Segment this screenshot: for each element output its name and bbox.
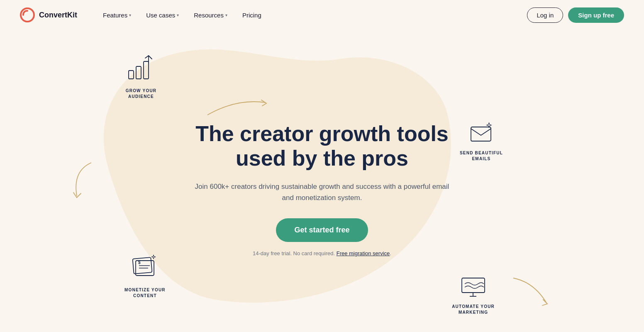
floating-automate: AUTOMATE YOURMARKETING	[452, 275, 495, 315]
signup-button[interactable]: Sign up free	[568, 7, 624, 23]
svg-rect-10	[462, 278, 485, 293]
migration-link[interactable]: Free migration service	[337, 250, 390, 256]
grow-label: GROW YOURAUDIENCE	[126, 88, 157, 100]
nav-features[interactable]: Features ▾	[97, 8, 137, 22]
hero-note-text: 14-day free trial. No card required. Fre…	[253, 250, 391, 256]
chevron-down-icon: ▾	[177, 13, 179, 17]
logo-icon	[20, 7, 35, 22]
svg-rect-2	[136, 66, 141, 79]
send-label: SEND BEAUTIFULEMAILS	[460, 150, 503, 162]
arrow-bottom-right	[509, 274, 551, 307]
hero-subtitle: Join 600k+ creators driving sustainable …	[193, 181, 451, 203]
cta-button[interactable]: Get started free	[276, 218, 368, 242]
nav-use-cases[interactable]: Use cases ▾	[140, 8, 185, 22]
send-emails-icon	[468, 121, 495, 146]
nav-actions: Log in Sign up free	[527, 7, 624, 23]
nav-pricing[interactable]: Pricing	[237, 8, 267, 22]
nav-links: Features ▾ Use cases ▾ Resources ▾ Prici…	[97, 8, 527, 22]
hero-note-wrap: 14-day free trial. No card required. Fre…	[193, 249, 451, 257]
floating-send: SEND BEAUTIFULEMAILS	[460, 121, 503, 162]
chevron-down-icon: ▾	[225, 13, 227, 17]
grow-audience-icon	[124, 55, 158, 84]
floating-monetize: $ MONETIZE YOURCONTENT	[124, 254, 166, 299]
automate-label: AUTOMATE YOURMARKETING	[452, 304, 495, 315]
hero-content: The creator growth tools used by the pro…	[193, 105, 451, 257]
arrow-left	[64, 159, 98, 200]
svg-rect-3	[144, 61, 149, 79]
hero-section: GROW YOURAUDIENCE SEND BEAUTIFULEMAILS $…	[0, 30, 644, 332]
login-button[interactable]: Log in	[527, 7, 563, 23]
navbar: ConvertKit Features ▾ Use cases ▾ Resour…	[0, 0, 644, 30]
svg-rect-1	[129, 71, 134, 79]
chevron-down-icon: ▾	[129, 13, 131, 17]
automate-icon	[460, 275, 487, 300]
logo[interactable]: ConvertKit	[20, 7, 77, 22]
svg-text:$: $	[138, 260, 141, 265]
monetize-icon: $	[128, 254, 161, 283]
svg-rect-4	[471, 127, 491, 141]
hero-title: The creator growth tools used by the pro…	[193, 122, 451, 171]
floating-grow: GROW YOURAUDIENCE	[124, 55, 158, 100]
logo-text: ConvertKit	[39, 11, 77, 20]
nav-resources[interactable]: Resources ▾	[188, 8, 233, 22]
monetize-label: MONETIZE YOURCONTENT	[124, 287, 166, 299]
